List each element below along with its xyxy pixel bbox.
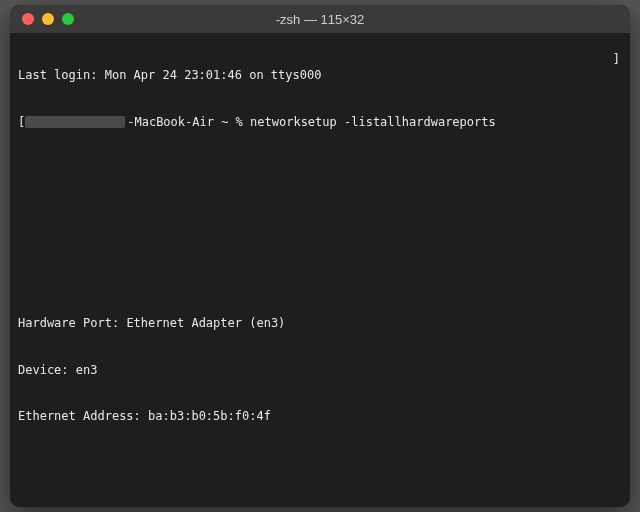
traffic-lights [10, 13, 74, 25]
blank-line [18, 456, 622, 472]
redacted-user [25, 116, 125, 128]
prompt-host: -MacBook-Air ~ % [127, 115, 243, 129]
zoom-icon[interactable] [62, 13, 74, 25]
minimize-icon[interactable] [42, 13, 54, 25]
close-icon[interactable] [22, 13, 34, 25]
prompt-line-1: [-MacBook-Air ~ % networksetup -listallh… [18, 115, 622, 131]
blank-line [18, 223, 622, 239]
window-title: -zsh — 115×32 [10, 12, 630, 27]
device-line: Device: en3 [18, 363, 622, 379]
titlebar[interactable]: -zsh — 115×32 [10, 5, 630, 33]
last-login-line: Last login: Mon Apr 24 23:01:46 on ttys0… [18, 68, 622, 84]
hw-port-line: Hardware Port: Ethernet Adapter (en3) [18, 316, 622, 332]
mac-line: Ethernet Address: ba:b3:b0:5b:f0:4f [18, 409, 622, 425]
blank-line [18, 177, 622, 193]
terminal-window: -zsh — 115×32 Last login: Mon Apr 24 23:… [10, 5, 630, 507]
command-text: networksetup -listallhardwareports [250, 115, 496, 129]
port-block: Hardware Port: Ethernet Adapter (en3) De… [18, 285, 622, 502]
terminal-body[interactable]: Last login: Mon Apr 24 23:01:46 on ttys0… [10, 33, 630, 507]
right-bracket: ] [613, 52, 620, 68]
